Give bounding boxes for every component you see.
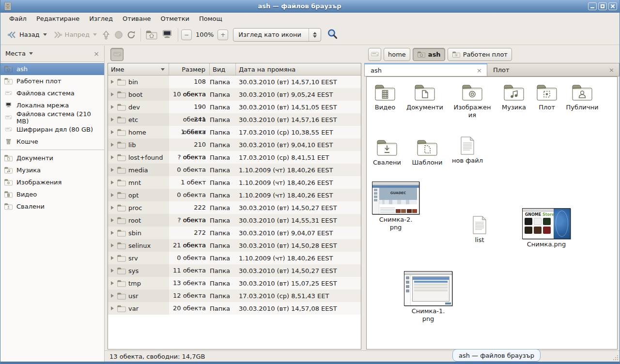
tab-close-icon[interactable]: ×: [604, 66, 614, 74]
expander-icon[interactable]: [111, 294, 114, 298]
sidebar-close-icon[interactable]: ×: [93, 50, 99, 58]
table-row[interactable]: opt 0 обекта Папка 1.10.2009 (чт) 18,40,…: [108, 189, 361, 201]
sidebar-item[interactable]: Файлова система (210 MB): [0, 111, 104, 123]
search-button[interactable]: [327, 29, 338, 41]
folder-item-documents[interactable]: Документи: [403, 83, 446, 111]
forward-button[interactable]: Напред: [50, 29, 100, 41]
file-item-list[interactable]: list: [458, 215, 501, 244]
sidebar-item[interactable]: ash: [0, 63, 104, 75]
home-button[interactable]: [144, 29, 159, 41]
file-item-new-file[interactable]: нов файл: [446, 136, 489, 165]
column-header-name[interactable]: Име: [108, 63, 169, 75]
sidebar-item[interactable]: Свалени: [0, 200, 104, 212]
expander-icon[interactable]: [111, 206, 114, 210]
table-row[interactable]: tmp 13 обекта Папка 30.03.2010 (вт) 15,0…: [108, 277, 361, 289]
tab-plot[interactable]: Плот ×: [487, 63, 620, 76]
menu-item[interactable]: Отметки: [155, 14, 194, 24]
expander-icon[interactable]: [111, 243, 114, 247]
reload-button[interactable]: [125, 29, 138, 41]
expander-icon[interactable]: [111, 92, 114, 96]
expander-icon[interactable]: [111, 269, 114, 273]
image-item-snimka1[interactable]: Снимка-1.png: [402, 271, 454, 322]
titlebar[interactable]: ash — файлов браузър: [0, 0, 620, 13]
expander-icon[interactable]: [111, 256, 114, 260]
sidebar-item[interactable]: Шифриран дял (80 GB): [0, 123, 104, 136]
folder-item-templates[interactable]: Шаблони: [406, 138, 449, 167]
table-row[interactable]: etc 241 обекта Папка 30.03.2010 (вт) 14,…: [108, 113, 361, 126]
column-header-size[interactable]: Размер: [169, 63, 210, 75]
expander-icon[interactable]: [111, 143, 114, 147]
root-button[interactable]: [110, 48, 124, 61]
expander-icon[interactable]: [111, 193, 114, 197]
sidebar-item[interactable]: Видео: [0, 188, 104, 200]
expander-icon[interactable]: [111, 105, 114, 109]
resize-grip[interactable]: [613, 355, 619, 361]
minimize-button[interactable]: [588, 2, 597, 10]
table-row[interactable]: srv 0 обекта Папка 1.10.2009 (чт) 18,40,…: [108, 252, 361, 264]
table-row[interactable]: proc 222 обекта Папка 30.03.2010 (вт) 14…: [108, 201, 361, 214]
expander-icon[interactable]: [111, 281, 114, 285]
back-dropdown-icon[interactable]: [43, 33, 47, 36]
back-button[interactable]: Назад: [4, 29, 50, 41]
sidebar-item[interactable]: Кошче: [0, 136, 104, 148]
maximize-button[interactable]: [598, 2, 607, 10]
expander-icon[interactable]: [111, 306, 114, 310]
folder-item-photos[interactable]: Изображения: [451, 83, 494, 119]
table-row[interactable]: home 1 обект Папка 17.03.2010 (ср) 10,38…: [108, 126, 361, 138]
table-row[interactable]: dev 190 обекта Папка 30.03.2010 (вт) 14,…: [108, 101, 361, 113]
tab-close-icon[interactable]: ×: [472, 67, 482, 74]
sidebar-item[interactable]: Работен плот: [0, 75, 104, 87]
table-row[interactable]: var 20 обекта Папка 30.03.2010 (вт) 14,5…: [108, 302, 361, 315]
tab-ash[interactable]: ash ×: [364, 63, 487, 76]
table-row[interactable]: usr 12 обекта Папка 17.03.2010 (ср) 8,51…: [108, 289, 361, 302]
path-button-desktop[interactable]: Работен плот: [448, 48, 512, 61]
menu-item[interactable]: Изглед: [84, 14, 118, 24]
table-row[interactable]: bin 108 обекта Папка 30.03.2010 (вт) 14,…: [108, 76, 361, 88]
image-item-snimka2[interactable]: GUADEC Снимка-2.png: [371, 182, 420, 231]
folder-item-public[interactable]: Публични: [561, 83, 604, 111]
path-button-ash[interactable]: ash: [413, 48, 445, 61]
menu-item[interactable]: Редактиране: [31, 14, 84, 24]
expander-icon[interactable]: [111, 130, 114, 134]
chevron-down-icon[interactable]: [29, 52, 33, 55]
expander-icon[interactable]: [111, 168, 114, 172]
table-row[interactable]: root ? обекта Папка 30.03.2010 (вт) 14,5…: [108, 214, 361, 227]
column-header-type[interactable]: Вид: [210, 63, 236, 75]
menu-item[interactable]: Файл: [4, 14, 31, 24]
view-mode-select[interactable]: Изглед като икони: [233, 28, 321, 42]
expander-icon[interactable]: [111, 231, 114, 235]
folder-item-downloads[interactable]: Свалени: [366, 138, 408, 167]
table-row[interactable]: lost+found ? обекта Папка 17.03.2010 (ср…: [108, 151, 361, 164]
folder-item-video[interactable]: Видео: [366, 83, 406, 111]
table-row[interactable]: sbin 272 обекта Папка 30.03.2010 (вт) 9,…: [108, 227, 361, 239]
column-header-modified[interactable]: Дата на промяна: [236, 63, 361, 75]
table-row[interactable]: media 0 обекта Папка 1.10.2009 (чт) 18,4…: [108, 164, 361, 176]
sidebar-item[interactable]: Изображения: [0, 176, 104, 188]
computer-button[interactable]: [159, 29, 175, 41]
close-button[interactable]: [608, 2, 617, 10]
icon-view[interactable]: Видео Документи Изображения Музика: [366, 76, 618, 349]
sidebar-header[interactable]: Места ×: [0, 46, 104, 61]
sidebar-item[interactable]: Музика: [0, 164, 104, 176]
up-button[interactable]: [100, 29, 112, 41]
expander-icon[interactable]: [111, 218, 114, 222]
menu-item[interactable]: Помощ: [194, 14, 227, 24]
sidebar-item[interactable]: Документи: [0, 152, 104, 164]
zoom-out-button[interactable]: −: [181, 30, 192, 40]
root-button[interactable]: [368, 48, 381, 61]
expander-icon[interactable]: [111, 181, 114, 184]
menu-item[interactable]: Отиване: [118, 14, 155, 24]
sidebar-item[interactable]: Локална мрежа: [0, 99, 104, 111]
expander-icon[interactable]: [111, 155, 114, 159]
spinner-icon[interactable]: [309, 32, 321, 38]
table-row[interactable]: selinux 21 обекта Папка 30.03.2010 (вт) …: [108, 239, 361, 252]
table-row[interactable]: boot 10 обекта Папка 30.03.2010 (вт) 9,0…: [108, 88, 361, 101]
table-row[interactable]: mnt 1 обект Папка 1.10.2009 (чт) 18,40,2…: [108, 176, 361, 189]
sidebar-item[interactable]: Файлова система: [0, 87, 104, 99]
zoom-in-button[interactable]: +: [217, 30, 228, 40]
image-item-snimka[interactable]: GNOME Store Снимка.png: [520, 208, 573, 248]
table-row[interactable]: sys 11 обекта Папка 30.03.2010 (вт) 14,5…: [108, 264, 361, 277]
table-row[interactable]: lib 210 обекта Папка 30.03.2010 (вт) 9,0…: [108, 138, 361, 151]
expander-icon[interactable]: [111, 80, 114, 84]
expander-icon[interactable]: [111, 118, 114, 121]
